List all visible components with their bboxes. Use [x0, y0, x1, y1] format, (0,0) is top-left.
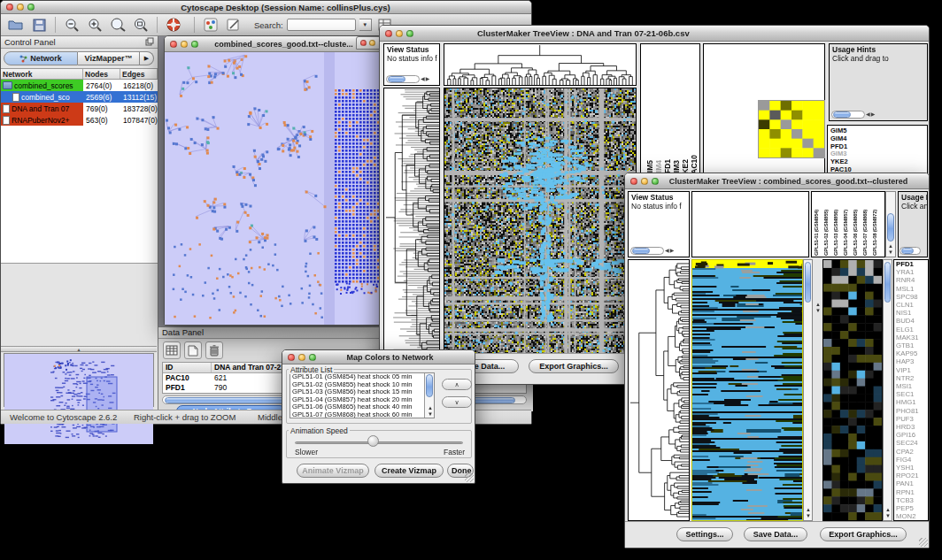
gene-label[interactable]: HRD3 — [894, 423, 928, 431]
usage-hints-scrollbar[interactable]: ◀▶ — [831, 110, 875, 119]
main-titlebar[interactable]: Cytoscape Desktop (Session Name: collins… — [1, 1, 531, 14]
dialog-titlebar[interactable]: Map Colors to Network — [282, 350, 475, 364]
network-canvas[interactable] — [165, 52, 382, 325]
gene-label[interactable]: PEP5 — [894, 504, 928, 512]
birdseye-view[interactable] — [4, 353, 154, 407]
panel-splitter[interactable]: ▲ — [1, 346, 157, 352]
row-dendrogram-panel[interactable] — [628, 259, 690, 521]
close-icon[interactable] — [288, 354, 295, 361]
gene-label[interactable]: TCB3 — [894, 496, 928, 504]
gene-label[interactable]: RPO21 — [894, 472, 928, 479]
row-dendrogram-panel[interactable] — [383, 88, 440, 355]
usage-hints-scrollbar[interactable] — [900, 247, 921, 255]
delete-attribute-icon[interactable] — [205, 341, 223, 359]
gene-label[interactable]: SEC1 — [894, 390, 928, 398]
gene-label[interactable]: MAK31 — [894, 334, 928, 341]
tab-vizmapper[interactable]: VizMapper™ — [78, 51, 140, 65]
network-list-row[interactable]: combined_scores2764(0)16218(0) — [1, 80, 158, 91]
gene-label[interactable]: PHO81 — [894, 407, 928, 415]
birdseye-canvas[interactable] — [4, 354, 153, 444]
column-edges[interactable]: Edges — [120, 69, 158, 79]
column-network[interactable]: Network — [1, 69, 83, 79]
search-input[interactable] — [287, 19, 356, 31]
move-down-button[interactable]: ∨ — [442, 396, 472, 408]
gene-label[interactable]: YRA1 — [894, 268, 928, 276]
gene-label[interactable]: HAP3 — [894, 357, 928, 365]
minimize-icon[interactable] — [369, 40, 375, 46]
new-attribute-icon[interactable] — [184, 341, 202, 359]
vizmap-icon[interactable] — [201, 16, 220, 34]
gene-label[interactable]: CLN1 — [894, 301, 928, 309]
open-file-icon[interactable] — [6, 16, 26, 34]
gene-label[interactable]: PUF3 — [894, 415, 928, 423]
correlation-matrix-canvas[interactable] — [758, 100, 825, 158]
column-dendrogram-canvas[interactable] — [444, 44, 636, 85]
gene-label[interactable]: GTB1 — [894, 341, 928, 349]
select-attributes-icon[interactable] — [163, 341, 181, 359]
zoom-out-icon[interactable] — [62, 16, 81, 34]
zoom-selected-icon[interactable] — [108, 16, 127, 34]
close-icon[interactable] — [6, 4, 13, 11]
zoom-heatmap-canvas[interactable] — [823, 260, 882, 520]
column-nodes[interactable]: Nodes — [83, 69, 120, 79]
heatmap-canvas[interactable] — [692, 260, 802, 520]
zoom-window-icon[interactable] — [309, 354, 316, 361]
view-status-scrollbar[interactable]: ◀▶ — [630, 246, 674, 255]
row-dendrogram-canvas[interactable] — [384, 88, 439, 354]
heatmap-canvas[interactable] — [444, 88, 636, 354]
network-window-titlebar[interactable]: combined_scores_good.txt--cluste... — [165, 36, 382, 52]
gene-label[interactable]: BUD4 — [894, 317, 928, 325]
attribute-list-scrollbar[interactable]: ▲▼ — [424, 373, 434, 418]
gene-label[interactable]: NIS1 — [894, 309, 928, 317]
gene-label[interactable]: VIP1 — [894, 366, 928, 374]
float-panel-icon[interactable] — [145, 37, 154, 47]
row-dendrogram-canvas[interactable] — [629, 260, 689, 520]
gene-label[interactable]: PAN1 — [894, 479, 928, 487]
view-status-scrollbar[interactable]: ◀▶ — [386, 74, 429, 83]
gene-label[interactable]: CPA2 — [894, 448, 928, 456]
tab-network[interactable]: Network — [4, 51, 78, 65]
zoom-heatmap-vscrollbar[interactable]: ▲▼ — [883, 259, 892, 521]
heatmap-panel[interactable] — [691, 259, 803, 521]
resize-grip[interactable] — [465, 473, 474, 482]
gene-label[interactable]: GPI16 — [894, 431, 928, 439]
minimize-icon[interactable] — [396, 30, 403, 37]
close-icon[interactable] — [360, 40, 367, 46]
gene-label[interactable]: MON2 — [894, 512, 928, 520]
zoom-heatmap-panel[interactable] — [822, 259, 883, 521]
gene-label[interactable]: RNR4 — [894, 276, 928, 284]
resize-grip[interactable] — [919, 538, 928, 547]
network-list-row[interactable]: combined_sco2569(6)13112(15) — [1, 91, 158, 103]
help-lifering-icon[interactable] — [164, 16, 183, 34]
speed-slider-track[interactable] — [295, 441, 463, 444]
close-icon[interactable] — [170, 41, 177, 48]
minimize-icon[interactable] — [17, 4, 24, 11]
zoom-in-icon[interactable] — [85, 16, 104, 34]
zoom-window-icon[interactable] — [191, 41, 198, 48]
zoom-window-icon[interactable] — [652, 178, 659, 185]
move-up-button[interactable]: ∧ — [442, 379, 472, 390]
pane-arrows[interactable]: ▲▼ — [814, 302, 822, 314]
zoom-fit-icon[interactable] — [131, 16, 151, 34]
gene-label[interactable]: SEC24 — [894, 439, 928, 447]
gene-label[interactable]: ELG1 — [894, 326, 928, 334]
export-graphics-button[interactable]: Export Graphics... — [820, 527, 907, 541]
zoom-window-icon[interactable] — [27, 4, 35, 11]
minimize-icon[interactable] — [181, 41, 188, 48]
attribute-item[interactable]: GPL51-07 (GSM868) heat shock 60 min — [290, 411, 434, 418]
heatmap-vscrollbar[interactable]: ▲▼ — [803, 259, 813, 521]
scrollbar-thumb[interactable] — [887, 213, 894, 242]
settings-button[interactable]: Settings... — [676, 527, 733, 541]
heatmap-panel[interactable] — [444, 88, 637, 355]
close-icon[interactable] — [630, 178, 637, 185]
annotation-icon[interactable] — [224, 16, 243, 34]
tab-more-arrow[interactable]: ▶ — [140, 51, 154, 65]
scrollbar-thumb[interactable] — [426, 374, 433, 397]
gene-label[interactable]: FIG4 — [894, 456, 928, 464]
gene-label[interactable]: RPN1 — [894, 488, 928, 496]
gene-label[interactable]: MSI1 — [894, 382, 928, 390]
column-dendrogram-panel[interactable] — [691, 191, 809, 257]
gene-label[interactable]: KAP95 — [894, 349, 928, 357]
network-list-row[interactable]: DNA and Tran 07769(0)183728(0) — [1, 103, 158, 114]
gene-label[interactable]: YSH1 — [894, 464, 928, 472]
